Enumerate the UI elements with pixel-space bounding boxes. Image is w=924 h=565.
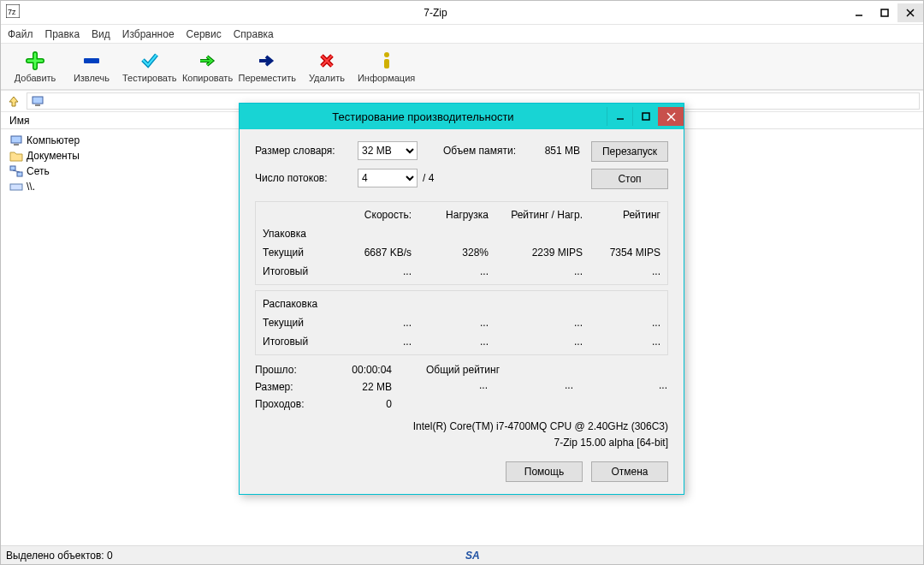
cpu-info: Intel(R) Core(TM) i7-4700MQ CPU @ 2.40GH…	[255, 419, 668, 435]
col-rating: Рейтинг	[589, 205, 667, 224]
restart-button[interactable]: Перезапуск	[591, 141, 668, 162]
folder-icon	[9, 149, 23, 163]
delete-button[interactable]: Удалить	[301, 51, 352, 83]
menu-edit[interactable]: Правка	[45, 28, 80, 40]
app-icon: 7z	[6, 4, 20, 21]
dict-size-label: Размер словаря:	[255, 145, 358, 157]
titlebar: 7z 7-Zip	[1, 1, 923, 25]
pack-result-label: Итоговый	[256, 262, 333, 281]
info-button[interactable]: Информация	[358, 51, 415, 83]
svg-rect-6	[84, 58, 99, 63]
col-speed: Скорость:	[333, 205, 418, 224]
network-icon	[9, 164, 23, 178]
pack-current-label: Текущий	[256, 243, 333, 262]
threads-label: Число потоков:	[255, 172, 358, 184]
pack-rating: 7354 MIPS	[589, 243, 667, 262]
computer-icon	[31, 95, 44, 107]
extract-button[interactable]: Извлечь	[66, 51, 117, 83]
col-usage: Нагрузка	[418, 205, 495, 224]
pack-usage: 328%	[418, 243, 495, 262]
elapsed-label: Прошло:	[255, 364, 323, 376]
x-icon	[319, 51, 335, 71]
dict-size-select[interactable]: 32 MB	[358, 141, 418, 160]
svg-rect-11	[11, 136, 21, 143]
column-name: Имя	[9, 115, 29, 127]
memory-label: Объем памяти:	[443, 145, 529, 157]
minus-icon	[82, 51, 101, 71]
passes-value: 0	[323, 398, 392, 410]
unpack-result-label: Итоговый	[256, 332, 333, 351]
svg-text:7z: 7z	[8, 8, 16, 16]
menu-view[interactable]: Вид	[92, 28, 110, 40]
overall-label: Общий рейтинг	[426, 364, 520, 376]
svg-rect-8	[384, 59, 389, 68]
svg-rect-3	[881, 9, 888, 16]
elapsed-value: 00:00:04	[323, 364, 392, 376]
svg-rect-18	[643, 113, 649, 120]
toolbar: Добавить Извлечь Тестировать Копировать …	[1, 44, 923, 90]
svg-point-7	[384, 52, 389, 57]
menu-favorites[interactable]: Избранное	[122, 28, 175, 40]
stop-button[interactable]: Стоп	[591, 169, 668, 189]
menu-tools[interactable]: Сервис	[187, 28, 222, 40]
arrow-right-blue-icon	[258, 51, 276, 71]
move-button[interactable]: Переместить	[239, 51, 296, 83]
watermark: SA	[113, 550, 832, 562]
svg-rect-10	[35, 104, 40, 106]
benchmark-dialog: Тестирование производительности Размер с…	[239, 103, 684, 495]
memory-value: 851 MB	[529, 145, 580, 157]
col-rating-usage: Рейтинг / Нагр.	[495, 205, 589, 224]
status-selected: Выделено объектов: 0	[6, 550, 113, 562]
svg-line-15	[13, 170, 20, 172]
dialog-title: Тестирование производительности	[240, 110, 607, 123]
svg-rect-13	[10, 166, 15, 170]
menu-file[interactable]: Файл	[8, 28, 33, 40]
copy-button[interactable]: Копировать	[182, 51, 234, 83]
svg-rect-14	[17, 172, 22, 176]
window-controls	[846, 3, 923, 22]
dialog-minimize-button[interactable]	[607, 107, 632, 126]
test-button[interactable]: Тестировать	[122, 51, 177, 83]
pack-rate-usage: 2239 MIPS	[495, 243, 589, 262]
cancel-button[interactable]: Отмена	[591, 461, 668, 482]
computer-icon	[9, 134, 23, 147]
arrow-right-green-icon	[198, 51, 217, 71]
drive-icon	[9, 180, 23, 193]
threads-max: / 4	[423, 172, 434, 184]
dialog-maximize-button[interactable]	[632, 107, 658, 126]
plus-icon	[26, 51, 44, 71]
dialog-close-button[interactable]	[658, 107, 684, 126]
svg-rect-12	[14, 144, 19, 146]
statusbar: Выделено объектов: 0 SA	[1, 545, 923, 564]
threads-select[interactable]: 4	[358, 169, 418, 187]
packing-group: Скорость: Нагрузка Рейтинг / Нагр. Рейти…	[255, 201, 668, 285]
passes-label: Проходов:	[255, 398, 323, 410]
unpacking-label: Распаковка	[256, 294, 333, 313]
dialog-titlebar: Тестирование производительности	[240, 104, 684, 129]
up-icon[interactable]	[4, 92, 23, 110]
maximize-button[interactable]	[872, 3, 897, 22]
size-value: 22 MB	[323, 381, 392, 393]
size-label: Размер:	[255, 381, 323, 393]
pack-speed: 6687 KB/s	[333, 243, 418, 262]
info-icon	[381, 51, 393, 71]
menu-help[interactable]: Справка	[234, 28, 274, 40]
check-icon	[140, 51, 159, 71]
minimize-button[interactable]	[846, 3, 872, 22]
unpack-current-label: Текущий	[256, 313, 333, 332]
close-button[interactable]	[897, 3, 923, 22]
menubar: Файл Правка Вид Избранное Сервис Справка	[1, 25, 923, 44]
svg-rect-16	[10, 184, 22, 190]
packing-label: Упаковка	[256, 224, 333, 243]
svg-rect-9	[33, 97, 43, 104]
unpacking-group: Распаковка Текущий ... ... ... ... Итого…	[255, 290, 668, 355]
version-info: 7-Zip 15.00 alpha [64-bit]	[255, 435, 668, 451]
add-button[interactable]: Добавить	[9, 51, 61, 83]
window-title: 7-Zip	[25, 7, 846, 19]
help-button[interactable]: Помощь	[506, 461, 583, 482]
